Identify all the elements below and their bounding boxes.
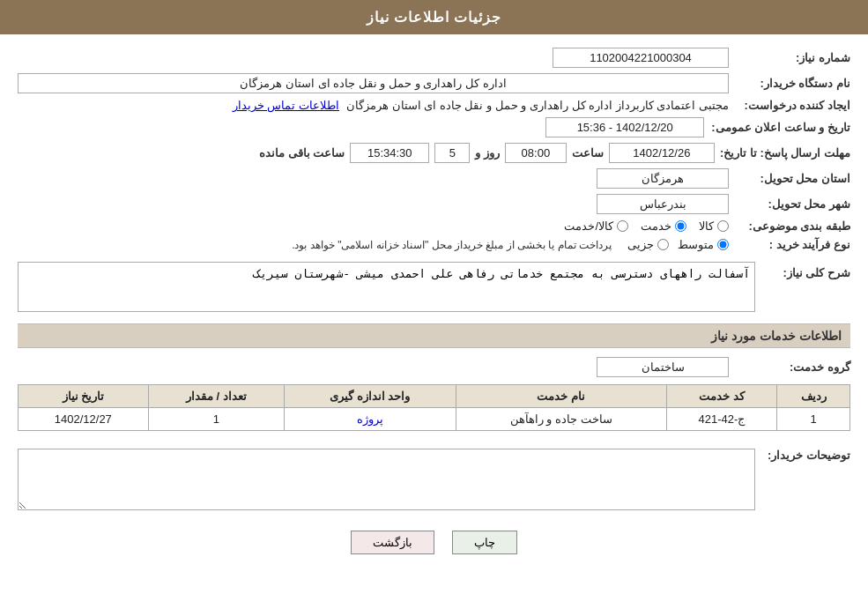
cell-qty: 1	[148, 408, 284, 431]
cell-row: 1	[777, 408, 850, 431]
content-area: شماره نیاز: 1102004221000304 نام دستگاه …	[0, 34, 868, 585]
label-category: طبقه بندی موضوعی:	[736, 219, 850, 233]
description-textarea[interactable]	[18, 262, 755, 312]
label-creator: ایجاد کننده درخواست:	[736, 99, 850, 112]
service-table-body: 1 ج-42-421 ساخت جاده و راهآهن پروژه 1 14…	[19, 408, 850, 431]
page-header: جزئیات اطلاعات نیاز	[0, 0, 868, 34]
creator-row: ایجاد کننده درخواست: مجتبی اعتمادی کاربر…	[18, 99, 850, 112]
buyer-desc-section: توضیحات خریدار:	[18, 444, 850, 513]
label-process: نوع فرآیند خرید :	[736, 238, 850, 251]
col-qty: تعداد / مقدار	[148, 385, 284, 408]
col-code: کد خدمت	[666, 385, 777, 408]
need-number-value: 1102004221000304	[553, 48, 729, 68]
radio-kala-input[interactable]	[717, 220, 729, 232]
col-name: نام خدمت	[456, 385, 666, 408]
response-deadline-row: مهلت ارسال پاسخ: تا تاریخ: 1402/12/26 سا…	[18, 143, 850, 163]
radio-khedmat: خدمت	[641, 219, 686, 233]
process-radio-group: متوسط جزیی	[627, 238, 729, 251]
remaining-time-label: ساعت باقی مانده	[259, 146, 345, 160]
label-announce-date: تاریخ و ساعت اعلان عمومی:	[711, 121, 850, 134]
announce-date-value: 1402/12/20 - 15:36	[545, 117, 704, 137]
service-table-head: ردیف کد خدمت نام خدمت واحد اندازه گیری ت…	[19, 385, 850, 408]
print-button[interactable]: چاپ	[452, 531, 517, 554]
service-table: ردیف کد خدمت نام خدمت واحد اندازه گیری ت…	[18, 384, 850, 431]
radio-kala-khedmat-label: کالا/خدمت	[564, 219, 613, 233]
cell-code: ج-42-421	[666, 408, 777, 431]
radio-jozi-label: جزیی	[627, 238, 654, 251]
buyer-desc-textarea[interactable]	[18, 449, 755, 510]
process-note: پرداخت تمام یا بخشی از مبلغ خریداز محل "…	[292, 239, 612, 251]
cell-unit: پروژه	[285, 408, 456, 431]
cell-name: ساخت جاده و راهآهن	[456, 408, 666, 431]
label-need-number: شماره نیاز:	[736, 51, 850, 64]
radio-kala-khedmat-input[interactable]	[617, 220, 628, 232]
label-city: شهر محل تحویل:	[736, 197, 850, 211]
service-group-value: ساختمان	[597, 357, 729, 377]
radio-motavasset: متوسط	[678, 238, 729, 251]
description-box-wrapper	[18, 262, 755, 315]
city-row: شهر محل تحویل: بندرعباس	[18, 194, 850, 214]
radio-kala-khedmat: کالا/خدمت	[564, 219, 628, 233]
label-service-group: گروه خدمت:	[736, 360, 850, 374]
radio-kala: کالا	[699, 219, 729, 233]
province-value: هرمزگان	[597, 168, 729, 189]
label-buyer-desc: توضیحات خریدار:	[762, 449, 850, 462]
radio-kala-label: کالا	[699, 219, 714, 233]
col-unit: واحد اندازه گیری	[285, 385, 456, 408]
service-table-header-row: ردیف کد خدمت نام خدمت واحد اندازه گیری ت…	[19, 385, 850, 408]
description-row: شرح کلی نیاز:	[18, 262, 850, 315]
radio-motavasset-label: متوسط	[678, 238, 714, 251]
process-row: نوع فرآیند خرید : متوسط جزیی پرداخت تمام…	[18, 238, 850, 251]
response-time-value: 08:00	[505, 143, 567, 163]
radio-khedmat-input[interactable]	[675, 220, 686, 232]
radio-jozi: جزیی	[627, 238, 669, 251]
radio-khedmat-label: خدمت	[641, 219, 671, 233]
page-title: جزئیات اطلاعات نیاز	[367, 10, 502, 25]
response-days-value: 5	[434, 143, 470, 163]
remaining-time-value: 15:34:30	[350, 143, 429, 163]
label-buyer-org: نام دستگاه خریدار:	[736, 77, 850, 90]
response-date-value: 1402/12/26	[609, 143, 715, 163]
city-value: بندرعباس	[597, 194, 729, 214]
button-row: چاپ بازگشت	[18, 531, 850, 572]
description-section: شرح کلی نیاز:	[18, 262, 850, 315]
response-days-label: روز و	[475, 146, 500, 160]
need-number-row: شماره نیاز: 1102004221000304	[18, 48, 850, 68]
radio-motavasset-input[interactable]	[717, 239, 729, 250]
category-row: طبقه بندی موضوعی: کالا/خدمت خدمت کالا	[18, 219, 850, 233]
radio-jozi-input[interactable]	[657, 239, 669, 250]
label-description: شرح کلی نیاز:	[762, 266, 850, 279]
service-group-row: گروه خدمت: ساختمان	[18, 357, 850, 377]
col-row: ردیف	[777, 385, 850, 408]
label-province: استان محل تحویل:	[736, 172, 850, 185]
label-response-deadline: مهلت ارسال پاسخ: تا تاریخ:	[720, 146, 850, 160]
service-info-title: اطلاعات خدمات مورد نیاز	[18, 323, 850, 348]
category-radio-group: کالا/خدمت خدمت کالا	[564, 219, 729, 233]
table-row: 1 ج-42-421 ساخت جاده و راهآهن پروژه 1 14…	[19, 408, 850, 431]
cell-date: 1402/12/27	[19, 408, 149, 431]
buyer-org-value: اداره کل راهداری و حمل و نقل جاده ای است…	[18, 73, 729, 93]
creator-contact-link[interactable]: اطلاعات تماس خریدار	[233, 99, 339, 112]
response-time-label: ساعت	[572, 146, 604, 160]
back-button[interactable]: بازگشت	[351, 531, 434, 554]
announce-date-row: تاریخ و ساعت اعلان عمومی: 1402/12/20 - 1…	[18, 117, 850, 137]
creator-name: مجتبی اعتمادی کاربرداز اداره کل راهداری …	[346, 99, 729, 112]
unit-link[interactable]: پروژه	[357, 412, 383, 426]
buyer-org-row: نام دستگاه خریدار: اداره کل راهداری و حم…	[18, 73, 850, 93]
province-row: استان محل تحویل: هرمزگان	[18, 168, 850, 189]
buyer-desc-box-wrapper	[18, 444, 755, 513]
col-date: تاریخ نیاز	[19, 385, 149, 408]
page-wrapper: جزئیات اطلاعات نیاز شماره نیاز: 11020042…	[0, 0, 868, 609]
